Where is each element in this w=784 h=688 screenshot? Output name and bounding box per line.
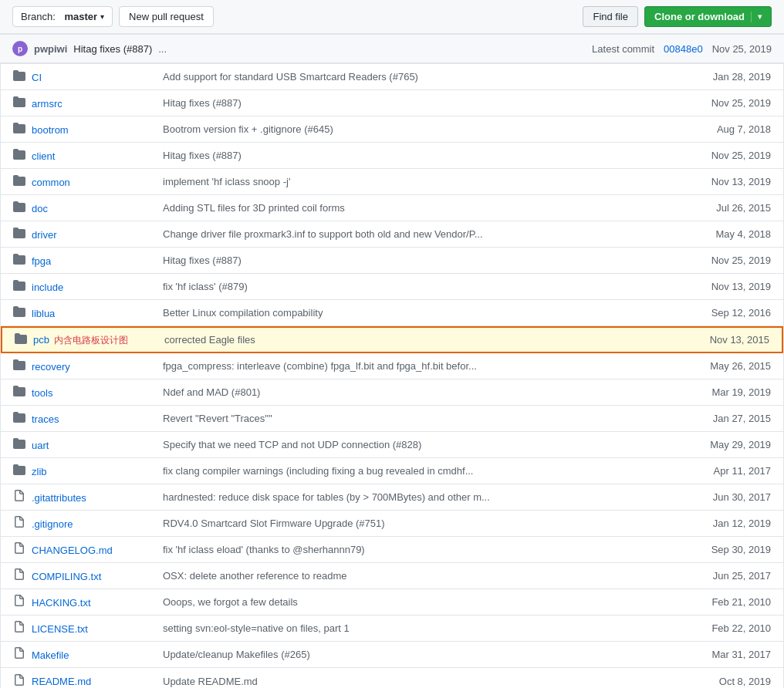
commit-message-cell: Change driver file proxmark3.inf to supp…: [163, 228, 678, 240]
file-name-link[interactable]: uart: [32, 440, 49, 451]
commit-message-cell: Update/cleanup Makefiles (#265): [163, 649, 678, 660]
folder-icon: [13, 305, 27, 320]
commit-date-cell: Nov 13, 2019: [678, 281, 771, 292]
folder-icon: [13, 437, 27, 452]
file-name-link[interactable]: pcb: [33, 334, 49, 346]
table-row: pcb内含电路板设计图corrected Eagle filesNov 13, …: [1, 326, 783, 353]
folder-icon: [13, 148, 27, 163]
table-row: COMPILING.txtOSX: delete another referen…: [1, 563, 783, 589]
file-icon: [13, 490, 27, 504]
file-name-link[interactable]: HACKING.txt: [32, 597, 91, 609]
commit-message-cell: Add support for standard USB Smartcard R…: [163, 71, 678, 83]
file-name-link[interactable]: tools: [32, 387, 52, 399]
commit-message-cell: Better Linux compilation compability: [163, 307, 678, 319]
commit-message-cell: setting svn:eol-style=native on files, p…: [163, 622, 678, 634]
file-name-link[interactable]: recovery: [32, 361, 70, 373]
commit-date-cell: Oct 8, 2019: [678, 676, 771, 687]
commit-message-cell: implement 'hf iclass snoop -j': [163, 176, 678, 187]
main-container: Branch: master ▾ New pull request Find f…: [0, 0, 784, 688]
file-name-link[interactable]: traces: [32, 413, 59, 425]
file-icon: [13, 647, 27, 662]
table-row: tracesRevert "Revert "Traces""Jan 27, 20…: [1, 406, 783, 432]
file-name-link[interactable]: armsrc: [32, 98, 63, 110]
folder-icon: [13, 464, 27, 478]
file-icon: [13, 542, 27, 557]
find-file-button[interactable]: Find file: [583, 6, 638, 27]
folder-icon: [13, 385, 27, 400]
file-name-link[interactable]: include: [32, 282, 63, 293]
folder-icon: [13, 201, 27, 215]
commit-message-cell: fpga_compress: interleave (combine) fpga…: [163, 360, 678, 372]
commit-message-cell: Hitag fixes (#887): [163, 255, 678, 266]
file-annotation: 内含电路板设计图: [54, 335, 128, 346]
commit-date-cell: Jan 27, 2015: [678, 413, 771, 424]
file-name-link[interactable]: Makefile: [32, 649, 69, 661]
file-name-link[interactable]: fpga: [32, 255, 51, 267]
file-icon: [13, 516, 27, 531]
table-row: includefix 'hf iclass' (#879)Nov 13, 201…: [1, 274, 783, 300]
file-name-link[interactable]: README.md: [32, 676, 91, 687]
table-row: LICENSE.txtsetting svn:eol-style=native …: [1, 615, 783, 642]
commit-message-cell: corrected Eagle files: [164, 334, 677, 346]
branch-selector[interactable]: Branch: master ▾: [12, 6, 113, 27]
folder-icon: [13, 69, 27, 84]
file-table: CIAdd support for standard USB Smartcard…: [0, 63, 784, 688]
table-row: recoveryfpga_compress: interleave (combi…: [1, 353, 783, 379]
toolbar-left: Branch: master ▾ New pull request: [12, 6, 214, 27]
latest-commit-row: p pwpiwi Hitag fixes (#887) ... Latest c…: [0, 34, 784, 63]
commit-date-cell: Jan 28, 2019: [678, 71, 771, 83]
table-row: zlibfix clang compiler warnings (includi…: [1, 458, 783, 484]
table-row: toolsNdef and MAD (#801)Mar 19, 2019: [1, 379, 783, 406]
table-row: MakefileUpdate/cleanup Makefiles (#265)M…: [1, 642, 783, 668]
commit-date-cell: May 26, 2015: [678, 360, 771, 372]
table-row: HACKING.txtOoops, we forgot a few detail…: [1, 589, 783, 615]
new-pull-request-button[interactable]: New pull request: [119, 6, 214, 27]
file-name-link[interactable]: common: [32, 177, 70, 188]
table-row: CIAdd support for standard USB Smartcard…: [1, 64, 783, 90]
file-name-link[interactable]: CI: [32, 72, 42, 83]
commit-message-cell: Ndef and MAD (#801): [163, 386, 678, 398]
file-name-link[interactable]: driver: [32, 229, 57, 241]
commit-date-cell: Aug 7, 2018: [678, 123, 771, 135]
file-name-link[interactable]: zlib: [32, 466, 47, 477]
table-row: docAdding STL files for 3D printed coil …: [1, 195, 783, 221]
commit-date-cell: Nov 25, 2019: [678, 97, 771, 109]
branch-caret-icon: ▾: [100, 12, 104, 21]
toolbar-right: Find file Clone or download ▾: [583, 6, 772, 27]
table-row: .gitignoreRDV4.0 Smartcard Slot Firmware…: [1, 511, 783, 537]
file-name-link[interactable]: .gitignore: [32, 518, 73, 530]
latest-commit-label: Latest commit: [592, 43, 654, 55]
file-name-link[interactable]: client: [32, 150, 55, 162]
commit-date-cell: Nov 25, 2019: [678, 255, 771, 266]
commit-date-cell: Jun 30, 2017: [678, 491, 771, 503]
file-name-link[interactable]: .gitattributes: [32, 492, 86, 504]
commit-message-cell: Specify that we need TCP and not UDP con…: [163, 439, 678, 450]
clone-download-button[interactable]: Clone or download ▾: [644, 6, 772, 27]
commit-message: Hitag fixes (#887): [73, 43, 152, 55]
file-name-link[interactable]: bootrom: [32, 124, 69, 136]
table-row: .gitattributeshardnested: reduce disk sp…: [1, 484, 783, 511]
folder-icon: [13, 411, 27, 426]
commit-date-cell: Sep 30, 2019: [678, 544, 771, 555]
commit-sha[interactable]: 00848e0: [664, 43, 703, 55]
file-name-link[interactable]: liblua: [32, 308, 55, 319]
commit-message-cell: fix clang compiler warnings (including f…: [163, 465, 678, 477]
commit-message-cell: fix 'hf iclass' (#879): [163, 281, 678, 292]
toolbar: Branch: master ▾ New pull request Find f…: [0, 0, 784, 34]
file-name-link[interactable]: COMPILING.txt: [32, 571, 101, 582]
folder-icon: [13, 227, 27, 241]
table-row: armsrcHitag fixes (#887)Nov 25, 2019: [1, 90, 783, 116]
table-row: CHANGELOG.mdfix 'hf iclass eload' (thank…: [1, 537, 783, 563]
file-icon: [13, 568, 27, 583]
avatar: p: [12, 41, 28, 56]
file-name-link[interactable]: CHANGELOG.md: [32, 545, 113, 556]
commit-date-cell: Jul 26, 2015: [678, 202, 771, 214]
commit-author[interactable]: pwpiwi: [34, 43, 67, 55]
commit-date-cell: Jan 12, 2019: [678, 518, 771, 529]
commit-message-cell: Ooops, we forgot a few details: [163, 596, 678, 608]
file-name-link[interactable]: doc: [32, 203, 48, 214]
commit-info-left: p pwpiwi Hitag fixes (#887) ...: [12, 41, 592, 56]
commit-message-cell: OSX: delete another reference to readme: [163, 570, 678, 582]
commit-message-cell: RDV4.0 Smartcard Slot Firmware Upgrade (…: [163, 518, 678, 529]
file-name-link[interactable]: LICENSE.txt: [32, 623, 88, 635]
